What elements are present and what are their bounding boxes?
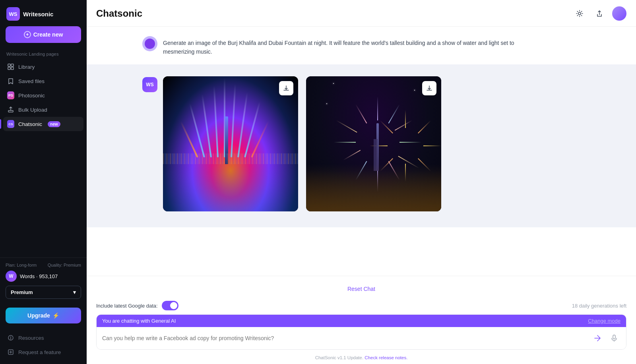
ai-response: WS — [87, 64, 636, 227]
grid-icon — [7, 63, 14, 70]
page-title: Chatsonic — [96, 8, 142, 19]
change-mode-button[interactable]: Change mode — [588, 318, 620, 324]
images-grid — [163, 76, 441, 211]
reset-chat-button[interactable]: Reset Chat — [342, 283, 381, 294]
upgrade-label: Upgrade — [27, 312, 50, 319]
chevron-down-icon: ▾ — [73, 289, 76, 295]
daily-gen-text: 18 daily generations left — [572, 303, 626, 309]
share-icon — [595, 10, 603, 17]
sidebar-nav: Library Saved files PS Photosonic — [0, 60, 87, 258]
ws-avatar: WS — [142, 77, 157, 92]
user-message-text: Generate an image of the Burj Khalifa an… — [163, 36, 521, 56]
lightning-icon: ⚡ — [52, 312, 59, 319]
resources-label: Resources — [18, 335, 44, 341]
photosonic-icon: PS — [7, 92, 14, 99]
section-label: Writesonic Landing pages — [0, 50, 87, 60]
create-new-label: Create new — [33, 31, 63, 38]
saved-files-label: Saved files — [18, 78, 45, 84]
release-notes-link[interactable]: Check release notes. — [365, 355, 407, 360]
chat-area: Generate an image of the Burj Khalifa an… — [87, 27, 636, 276]
sidebar-item-resources[interactable]: Resources — [3, 331, 83, 345]
plan-row: Plan: Long-form Quality: Premium — [6, 263, 81, 267]
words-count: Words · 953,107 — [20, 273, 58, 279]
chat-input[interactable] — [102, 335, 587, 341]
google-data-label: Include latest Google data: — [96, 301, 178, 310]
chat-input-body — [97, 327, 626, 349]
main-content: Chatsonic — [87, 0, 636, 364]
upgrade-button[interactable]: Upgrade ⚡ — [6, 308, 81, 323]
header: Chatsonic — [87, 0, 636, 27]
sidebar-item-saved-files[interactable]: Saved files — [3, 74, 83, 88]
logo-name: Writesonic — [23, 11, 53, 17]
chat-input-bar: You are chatting with General AI Change … — [96, 314, 626, 350]
sidebar-item-library[interactable]: Library — [3, 60, 83, 74]
svg-rect-0 — [8, 64, 10, 66]
request-icon — [7, 349, 14, 356]
avatar[interactable] — [612, 6, 626, 21]
generated-image-1 — [163, 76, 298, 211]
reset-chat-row: Reset Chat — [87, 276, 636, 298]
sidebar-item-photosonic[interactable]: PS Photosonic — [3, 88, 83, 103]
bottom-area: Reset Chat Include latest Google data: 1… — [87, 276, 636, 364]
sidebar-logo: WS Writesonic — [0, 0, 87, 26]
chatsonic-icon: CS — [7, 120, 14, 128]
logo-icon: WS — [6, 7, 20, 21]
words-icon: W — [6, 271, 17, 282]
premium-button[interactable]: Premium ▾ — [6, 286, 81, 299]
request-feature-label: Request a feature — [18, 349, 61, 355]
svg-rect-2 — [8, 67, 10, 70]
generated-image-2 — [306, 76, 441, 211]
svg-rect-4 — [8, 110, 13, 112]
chat-footer: ChatSonic v1.1 Update. Check release not… — [87, 354, 636, 364]
bookmark-icon — [7, 77, 14, 85]
new-badge: new — [48, 121, 60, 127]
sidebar-item-chatsonic[interactable]: CS Chatsonic new — [3, 117, 83, 131]
create-new-button[interactable]: + Create new — [6, 26, 81, 43]
sidebar-item-request-feature[interactable]: Request a feature — [3, 345, 83, 359]
plan-label: Plan: Long-form — [6, 263, 37, 267]
quality-label: Quality: Premium — [48, 263, 81, 267]
svg-rect-3 — [11, 67, 14, 70]
sidebar-footer: Resources Request a feature — [0, 327, 87, 364]
svg-rect-1 — [11, 64, 14, 66]
share-button[interactable] — [592, 6, 607, 21]
gear-icon — [576, 10, 584, 17]
svg-point-7 — [578, 12, 581, 15]
chatsonic-label: Chatsonic — [18, 121, 42, 127]
plan-section: Plan: Long-form Quality: Premium W Words… — [0, 258, 87, 304]
chat-input-header: You are chatting with General AI Change … — [97, 315, 626, 327]
sidebar: WS Writesonic + Create new Writesonic La… — [0, 0, 87, 364]
google-data-toggle[interactable] — [162, 301, 178, 310]
download-button-2[interactable] — [422, 81, 436, 95]
microphone-button[interactable] — [608, 332, 620, 345]
user-avatar — [142, 36, 157, 51]
header-actions — [572, 6, 626, 21]
bulk-upload-label: Bulk Upload — [18, 107, 47, 113]
settings-button[interactable] — [572, 6, 587, 21]
send-button[interactable] — [591, 332, 604, 345]
user-message: Generate an image of the Burj Khalifa an… — [87, 27, 636, 64]
plus-circle-icon: + — [24, 31, 31, 38]
upload-icon — [7, 106, 14, 113]
chat-mode-text: You are chatting with General AI — [102, 318, 176, 324]
library-label: Library — [18, 64, 35, 70]
download-button-1[interactable] — [279, 81, 293, 95]
svg-rect-8 — [613, 335, 615, 339]
words-row: W Words · 953,107 — [6, 271, 81, 282]
google-data-row: Include latest Google data: 18 daily gen… — [87, 298, 636, 314]
sidebar-item-bulk-upload[interactable]: Bulk Upload — [3, 103, 83, 117]
photosonic-label: Photosonic — [18, 93, 45, 99]
premium-label: Premium — [11, 289, 33, 295]
resources-icon — [7, 334, 14, 341]
